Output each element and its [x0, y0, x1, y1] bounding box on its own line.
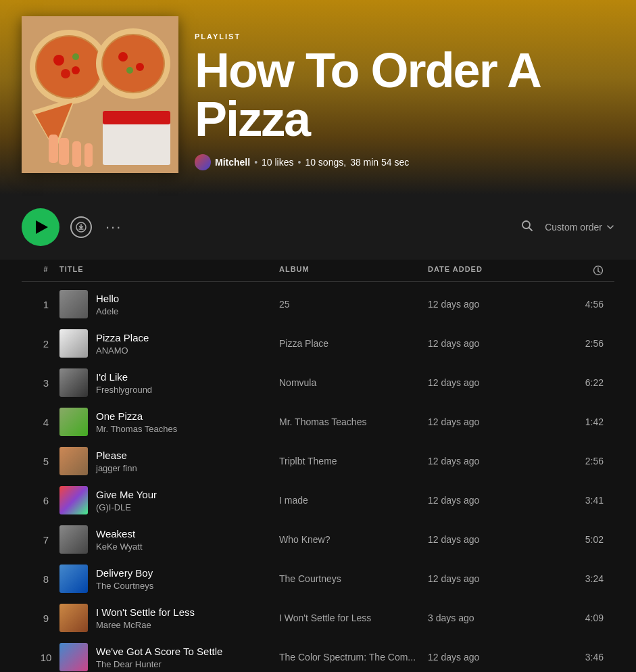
track-name: Pizza Place — [96, 332, 149, 343]
track-number: 6 — [32, 495, 59, 506]
track-album: I Won't Settle for Less — [279, 613, 428, 623]
track-number: 2 — [32, 338, 59, 350]
track-row[interactable]: 9 I Won't Settle for Less Maree McRae I … — [22, 598, 614, 638]
play-icon — [36, 220, 48, 234]
track-text: Give Me Your (G)I-DLE — [96, 489, 157, 512]
track-artist: Mr. Thomas Teaches — [96, 424, 177, 434]
track-info: Please jagger finn — [59, 447, 279, 475]
controls-right: Custom order — [520, 219, 614, 236]
hero-section: PLAYLIST How To Order A Pizza Mitchell •… — [0, 0, 636, 195]
track-date: 12 days ago — [428, 377, 549, 388]
custom-order-button[interactable]: Custom order — [545, 222, 614, 233]
track-artist: Freshlyground — [96, 385, 152, 395]
author-avatar — [195, 154, 211, 170]
track-info: One Pizza Mr. Thomas Teaches — [59, 408, 279, 436]
track-date: 12 days ago — [428, 299, 549, 310]
track-name: We've Got A Score To Settle — [96, 646, 222, 657]
track-thumbnail — [59, 408, 88, 436]
tracks-list: 1 Hello Adele 25 12 days ago 4:56 2 Pizz… — [22, 285, 614, 672]
track-row[interactable]: 4 One Pizza Mr. Thomas Teaches Mr. Thoma… — [22, 402, 614, 441]
svg-point-14 — [126, 67, 133, 74]
track-name: I Won't Settle for Less — [96, 606, 195, 618]
track-info: Give Me Your (G)I-DLE — [59, 486, 279, 514]
track-number: 9 — [32, 613, 59, 624]
svg-point-8 — [72, 53, 79, 60]
svg-line-26 — [529, 227, 533, 231]
track-album: Triplbt Theme — [279, 456, 428, 466]
svg-rect-21 — [84, 143, 93, 167]
track-thumbnail — [59, 565, 88, 593]
track-album: 25 — [279, 299, 428, 310]
track-row[interactable]: 3 I'd Like Freshlyground Nomvula 12 days… — [22, 363, 614, 402]
track-row[interactable]: 2 Pizza Place ANAMO Pizza Place 12 days … — [22, 324, 614, 363]
track-duration: 2:56 — [549, 456, 604, 466]
svg-point-11 — [103, 35, 164, 92]
track-info: Delivery Boy The Courtneys — [59, 565, 279, 593]
track-row[interactable]: 7 Weakest KeKe Wyatt Who Knew? 12 days a… — [22, 520, 614, 559]
svg-point-6 — [72, 66, 80, 74]
track-text: One Pizza Mr. Thomas Teaches — [96, 410, 177, 434]
track-number: 5 — [32, 456, 59, 467]
track-thumbnail — [59, 604, 88, 632]
playlist-title: How To Order A Pizza — [195, 46, 614, 143]
track-name: Give Me Your — [96, 489, 157, 500]
track-name: Please — [96, 450, 137, 461]
track-date: 12 days ago — [428, 456, 549, 466]
track-text: Weakest KeKe Wyatt — [96, 528, 143, 552]
track-duration: 6:22 — [549, 377, 604, 388]
svg-point-13 — [136, 63, 144, 71]
track-date: 12 days ago — [428, 338, 549, 349]
play-button[interactable] — [22, 208, 59, 246]
track-row[interactable]: 10 We've Got A Score To Settle The Dear … — [22, 638, 614, 672]
track-album: Nomvula — [279, 377, 428, 388]
track-duration: 2:56 — [549, 338, 604, 349]
track-row[interactable]: 8 Delivery Boy The Courtneys The Courtne… — [22, 559, 614, 598]
track-text: Please jagger finn — [96, 450, 137, 473]
svg-rect-18 — [103, 111, 170, 124]
track-date: 12 days ago — [428, 652, 549, 663]
more-options-button[interactable]: ··· — [103, 216, 124, 239]
track-duration: 3:46 — [549, 652, 604, 663]
track-text: I'd Like Freshlyground — [96, 371, 152, 395]
table-header: # TITLE ALBUM DATE ADDED — [22, 260, 614, 282]
track-thumbnail — [59, 447, 88, 475]
track-number: 1 — [32, 299, 59, 310]
track-info: Pizza Place ANAMO — [59, 329, 279, 358]
track-artist: Adele — [96, 306, 119, 316]
track-duration: 4:09 — [549, 613, 604, 623]
hero-info: PLAYLIST How To Order A Pizza Mitchell •… — [195, 32, 614, 173]
track-row[interactable]: 5 Please jagger finn Triplbt Theme 12 da… — [22, 441, 614, 481]
track-text: Pizza Place ANAMO — [96, 332, 149, 356]
track-duration: 4:56 — [549, 299, 604, 310]
track-thumbnail — [59, 486, 88, 514]
svg-rect-19 — [59, 138, 69, 165]
track-album: Mr. Thomas Teaches — [279, 416, 428, 427]
svg-point-7 — [61, 69, 70, 78]
track-album: Who Knew? — [279, 534, 428, 545]
likes-count: 10 likes — [262, 157, 293, 168]
track-artist: (G)I-DLE — [96, 502, 157, 512]
track-album: The Courtneys — [279, 573, 428, 584]
track-text: Delivery Boy The Courtneys — [96, 567, 153, 591]
track-name: Hello — [96, 293, 119, 304]
track-row[interactable]: 1 Hello Adele 25 12 days ago 4:56 — [22, 285, 614, 324]
track-number: 10 — [32, 652, 59, 663]
track-date: 12 days ago — [428, 573, 549, 584]
svg-line-29 — [598, 271, 600, 272]
svg-point-12 — [118, 52, 128, 62]
track-name: I'd Like — [96, 371, 152, 383]
svg-rect-22 — [49, 135, 58, 163]
track-number: 4 — [32, 416, 59, 428]
duration: 38 min 54 sec — [350, 157, 409, 168]
track-album: The Color Spectrum: The Com... — [279, 652, 428, 663]
track-table: # TITLE ALBUM DATE ADDED 1 Hello Adele 2… — [0, 260, 636, 672]
track-row[interactable]: 6 Give Me Your (G)I-DLE I made 12 days a… — [22, 481, 614, 520]
download-button[interactable] — [70, 216, 92, 238]
track-thumbnail — [59, 329, 88, 358]
header-album: ALBUM — [279, 265, 428, 276]
track-duration: 5:02 — [549, 534, 604, 545]
search-button[interactable] — [520, 219, 534, 236]
track-duration: 3:24 — [549, 573, 604, 584]
header-num: # — [32, 265, 59, 276]
track-thumbnail — [59, 290, 88, 318]
